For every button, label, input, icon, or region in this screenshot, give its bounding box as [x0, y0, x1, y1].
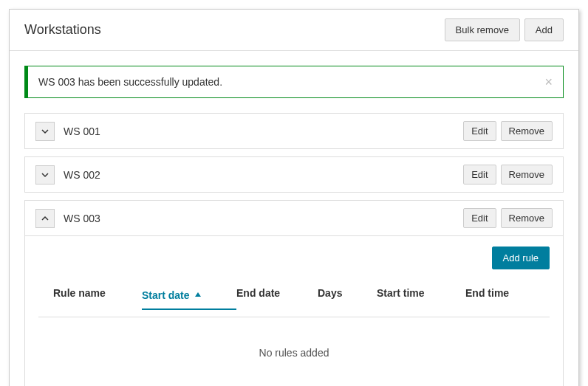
- panel-header: Workstations Bulk remove Add: [10, 10, 578, 51]
- expand-toggle[interactable]: [35, 209, 55, 228]
- remove-button[interactable]: Remove: [501, 208, 553, 228]
- rules-toolbar: Add rule: [38, 247, 550, 269]
- page-title: Workstations: [24, 22, 101, 38]
- workstations-panel: Workstations Bulk remove Add WS 003 has …: [9, 9, 579, 386]
- workstation-item: WS 001 Edit Remove: [24, 113, 564, 149]
- remove-button[interactable]: Remove: [501, 121, 553, 141]
- column-start-date[interactable]: Start date: [142, 287, 236, 310]
- chevron-up-icon: [41, 213, 49, 224]
- add-button[interactable]: Add: [524, 18, 564, 41]
- edit-button[interactable]: Edit: [463, 165, 496, 185]
- workstation-actions: Edit Remove: [463, 121, 553, 141]
- chevron-down-icon: [41, 125, 49, 137]
- sort-ascending-icon: [195, 287, 201, 299]
- remove-button[interactable]: Remove: [501, 165, 553, 185]
- add-rule-button[interactable]: Add rule: [492, 247, 550, 269]
- expand-toggle[interactable]: [35, 165, 55, 185]
- column-days[interactable]: Days: [318, 287, 377, 309]
- column-rule-name[interactable]: Rule name: [38, 287, 142, 309]
- success-alert: WS 003 has been successfully updated. ×: [24, 66, 564, 98]
- rules-empty-message: No rules added: [38, 317, 550, 386]
- alert-message: WS 003 has been successfully updated.: [38, 76, 222, 88]
- rules-table-header: Rule name Start date End date Days Start…: [38, 280, 550, 317]
- workstation-actions: Edit Remove: [463, 208, 553, 228]
- workstation-item: WS 003 Edit Remove Add rule Rule name: [24, 200, 564, 386]
- workstation-body: Add rule Rule name Start date End date: [25, 235, 563, 386]
- workstation-header: WS 001 Edit Remove: [25, 114, 563, 148]
- workstation-header: WS 003 Edit Remove: [25, 201, 563, 235]
- column-start-date-label: Start date: [142, 289, 190, 301]
- workstation-actions: Edit Remove: [463, 165, 553, 185]
- workstation-name: WS 003: [64, 213, 454, 224]
- edit-button[interactable]: Edit: [463, 121, 496, 141]
- header-actions: Bulk remove Add: [445, 18, 564, 41]
- bulk-remove-button[interactable]: Bulk remove: [445, 18, 520, 41]
- column-end-time[interactable]: End time: [465, 287, 547, 309]
- workstation-list: WS 001 Edit Remove WS 002: [24, 113, 564, 386]
- workstation-name: WS 001: [64, 125, 454, 137]
- rules-table: Rule name Start date End date Days Start…: [38, 280, 550, 386]
- panel-content: WS 003 has been successfully updated. × …: [10, 51, 578, 386]
- column-end-date[interactable]: End date: [236, 287, 318, 309]
- workstation-header: WS 002 Edit Remove: [25, 157, 563, 192]
- expand-toggle[interactable]: [35, 122, 55, 141]
- chevron-down-icon: [41, 169, 49, 181]
- workstation-item: WS 002 Edit Remove: [24, 156, 564, 193]
- edit-button[interactable]: Edit: [463, 208, 496, 228]
- close-icon[interactable]: ×: [544, 75, 553, 89]
- column-start-time[interactable]: Start time: [377, 287, 465, 309]
- workstation-name: WS 002: [64, 169, 454, 181]
